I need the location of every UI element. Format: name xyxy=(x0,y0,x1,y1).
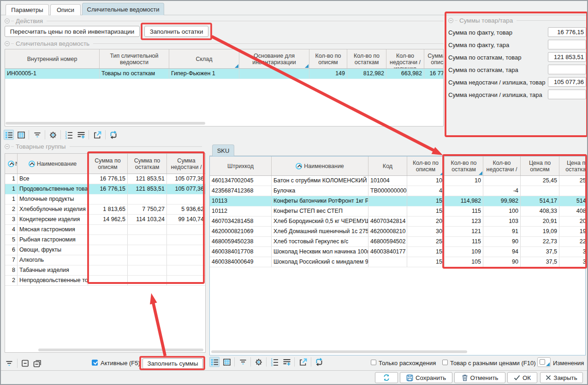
table-row[interactable]: 4607034281458Хлеб Бородинский 0,5 кг ЧЕР… xyxy=(210,217,585,227)
column-header[interactable]: Склад xyxy=(169,49,239,68)
table-row[interactable]: 7Алкоголь xyxy=(5,255,205,265)
table-row[interactable]: ИН00005-1Товары по остаткамГипер-Фьюжен … xyxy=(5,69,443,79)
add-row-icon[interactable] xyxy=(76,130,86,140)
column-header[interactable]: Тип сличительной ведомости xyxy=(100,49,169,68)
settings-icon[interactable] xyxy=(254,357,264,367)
table-row[interactable]: 2Хлебобулочные изделия1 813,657 750,275 … xyxy=(5,205,205,215)
fill-remainders-button[interactable]: Заполнить остатки xyxy=(144,26,208,37)
dropdown-corner-icon xyxy=(546,362,550,366)
refresh-button[interactable] xyxy=(375,372,398,383)
table-row[interactable]: 4235687412368БулочкаТВ0000000004-4 xyxy=(210,186,585,196)
table-row[interactable]: 4680059450238Хлеб тостовый Геркулес в/с4… xyxy=(210,237,585,247)
collapse-sums-icon[interactable] xyxy=(448,18,453,23)
list-view-icon[interactable] xyxy=(4,130,14,140)
numbered-list-icon[interactable]: 123 xyxy=(269,357,279,367)
active-f5-checkbox[interactable] xyxy=(92,360,98,366)
sum-ostatki-tara-input[interactable] xyxy=(548,65,586,74)
table-row[interactable]: 3Кондитерские изделия14 962,5114 103,249… xyxy=(5,215,205,225)
table-cell: 101004 xyxy=(368,176,407,186)
table-row[interactable]: 4601347002045Батон с отрубями КОЛОМЕНСКИ… xyxy=(210,176,585,186)
table-row[interactable]: 6Овощи, фрукты xyxy=(5,245,205,255)
table-row[interactable]: 10112Конфеты СТЕП вес СТЕП15115100408,33… xyxy=(210,206,585,217)
collapse-icon[interactable] xyxy=(20,358,30,368)
sum-nedostacha-tara-input[interactable] xyxy=(548,90,586,99)
sku-hscrollbar[interactable] xyxy=(211,350,467,353)
column-header[interactable]: Кол-во по описям xyxy=(309,49,347,68)
tab-parametry[interactable]: Параметры xyxy=(6,4,49,15)
changes-checkbox[interactable] xyxy=(540,359,545,365)
column-header[interactable]: Цена по описям xyxy=(521,156,559,175)
sync-icon[interactable] xyxy=(108,130,119,140)
collapse-actions-icon[interactable] xyxy=(5,18,10,24)
filter-icon[interactable] xyxy=(238,357,248,367)
column-header[interactable]: Штрихкод xyxy=(210,156,272,175)
table-cell xyxy=(88,235,128,245)
save-button[interactable]: Сохранить xyxy=(400,372,452,383)
table-cell: Хлеб Бородинский 0,5 кг ЧЕРЕМУШКИ xyxy=(272,217,368,226)
close-button[interactable]: Закрыть xyxy=(540,372,583,383)
column-header[interactable]: Кол-во недостачи / xyxy=(483,156,521,175)
collapse-goods-groups-icon[interactable] xyxy=(5,144,10,149)
field-label: Сумма по факту, тара xyxy=(448,42,546,48)
table-row[interactable]: 2Непродовольственные товары xyxy=(5,276,205,286)
table-row[interactable]: 4620000821069Хлеб Домашний пшеничный 1с … xyxy=(210,227,585,237)
add-row-icon[interactable] xyxy=(282,357,292,367)
cancel-button[interactable]: Отменить xyxy=(454,372,505,383)
column-header[interactable]: Сумма по остаткам xyxy=(128,154,167,174)
grid-view-icon[interactable] xyxy=(16,130,26,140)
table-row[interactable]: 5Рыбная гастрономия xyxy=(5,235,205,245)
table-row[interactable]: 1Все16 776,15121 853,51105 077,36 xyxy=(5,174,205,184)
sum-fact-tara-input[interactable] xyxy=(548,40,586,49)
statement-table-hscrollbar[interactable] xyxy=(6,122,205,125)
grid-view-icon[interactable] xyxy=(222,357,232,367)
tab-slichitelnye-vedomosti[interactable]: Сличительные ведомости xyxy=(82,3,164,15)
column-header[interactable]: Внутренний номер xyxy=(5,49,100,68)
fill-sums-button[interactable]: Заполнить суммы xyxy=(143,358,203,369)
diff-prices-checkbox[interactable] xyxy=(442,360,448,365)
column-header[interactable]: Наименование xyxy=(272,156,368,175)
table-row[interactable]: 1Продовольственные товары16 776,15121 85… xyxy=(5,184,205,194)
recalc-prices-button[interactable]: Пересчитать цены по всей инвентаризации xyxy=(5,26,140,37)
column-header[interactable]: Сумма по описям xyxy=(424,49,444,68)
table-row[interactable]: 4600384000649Шоколад Российский с миндал… xyxy=(210,257,585,267)
settings-icon[interactable] xyxy=(48,130,58,140)
table-row[interactable]: 4Мясная гастрономия xyxy=(5,225,205,235)
table-row[interactable]: 10113Конфеты батончики РотФронт 1кг РОТ … xyxy=(210,196,585,206)
sum-ostatki-tovar-input[interactable]: 121 853,51 xyxy=(548,52,586,62)
table-cell: 10 xyxy=(407,176,445,186)
goods-groups-hscrollbar[interactable] xyxy=(38,349,203,351)
export-icon[interactable] xyxy=(298,357,308,367)
column-header[interactable]: Основание для инвентаризации xyxy=(239,49,309,68)
column-header[interactable]: Сумма по описям xyxy=(88,154,128,174)
column-header[interactable]: Код xyxy=(368,156,407,175)
ok-button[interactable]: ОК xyxy=(507,372,537,383)
table-cell: 1 813,65 xyxy=(88,205,128,214)
table-row[interactable]: 4600384017708Шоколад Несквик мол начинка… xyxy=(210,247,585,257)
collapse-statement-icon[interactable] xyxy=(5,41,10,46)
sum-fact-tovar-input[interactable]: 16 776,15 xyxy=(548,27,586,37)
only-discrepancies-checkbox[interactable] xyxy=(371,360,376,365)
tab-opisi[interactable]: Описи xyxy=(50,4,81,15)
table-cell: 105 077,36 xyxy=(167,184,206,194)
list-view-icon[interactable] xyxy=(209,357,220,367)
filter-icon[interactable] xyxy=(32,130,42,140)
column-header[interactable]: Кол-во недостачи / излишка xyxy=(386,49,424,68)
column-header[interactable]: Кол-во по остаткам xyxy=(445,156,483,175)
column-header[interactable]: Сумма недостачи / xyxy=(167,154,206,174)
column-header[interactable]: № xyxy=(5,154,18,174)
tab-sku[interactable]: SKU xyxy=(212,144,234,156)
table-row[interactable]: 8Табачные изделия xyxy=(5,265,205,276)
sum-nedostacha-tovar-input[interactable]: 105 077,36 xyxy=(548,77,586,87)
table-row[interactable]: 1Молочные продукты xyxy=(5,194,205,205)
collapse-all-icon[interactable] xyxy=(32,358,42,368)
numbered-list-icon[interactable]: 123 xyxy=(64,130,74,140)
column-header[interactable]: Кол-во по остаткам xyxy=(347,49,386,68)
filter-icon[interactable] xyxy=(4,358,14,368)
export-icon[interactable] xyxy=(92,130,102,140)
table-cell: 19,09 xyxy=(521,227,559,236)
column-header[interactable]: Наименование xyxy=(18,154,88,174)
sync-icon[interactable] xyxy=(314,357,324,367)
column-header[interactable]: Цена по остаткам xyxy=(559,156,586,175)
column-header[interactable]: Кол-во по описям xyxy=(407,156,445,175)
table-cell: 6 xyxy=(5,245,18,255)
